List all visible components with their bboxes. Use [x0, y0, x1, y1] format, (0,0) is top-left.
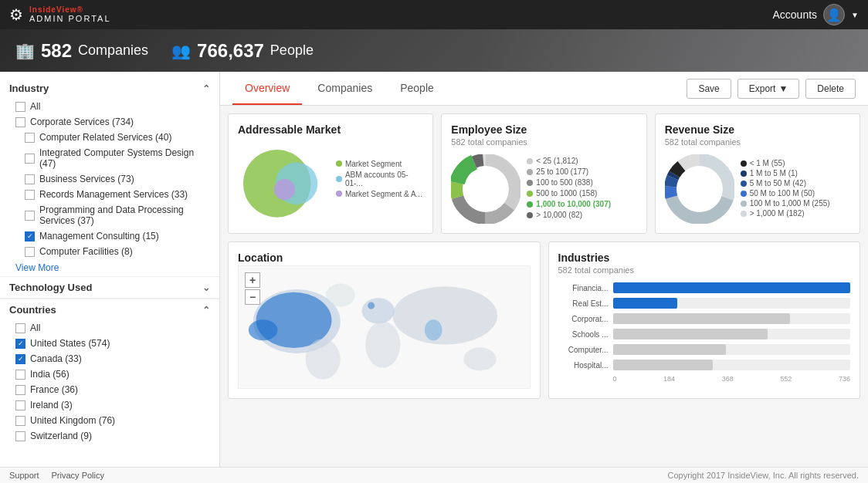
bar-fill	[613, 282, 851, 293]
records-checkbox[interactable]	[25, 190, 35, 200]
sidebar-item-corporate[interactable]: Corporate Services (734)	[0, 114, 219, 130]
rev-dot-6	[741, 211, 747, 217]
sidebar-item-all[interactable]: All	[0, 99, 219, 114]
bar-row: Hospital...	[558, 360, 851, 370]
sidebar-item-computer-related[interactable]: Computer Related Services (40)	[0, 130, 219, 145]
location-card: Location + −	[228, 242, 541, 399]
emp-dot-4	[527, 191, 533, 197]
bar-fill	[613, 344, 726, 355]
privacy-link[interactable]: Privacy Policy	[52, 471, 104, 480]
sidebar-item-management[interactable]: ✓ Management Consulting (15)	[0, 228, 219, 244]
svg-point-24	[365, 321, 400, 367]
india-label: India (56)	[30, 369, 70, 380]
employee-size-chart	[451, 154, 520, 224]
business-checkbox[interactable]	[25, 174, 35, 184]
people-stat: 👥 766,637 People	[171, 40, 314, 62]
delete-button[interactable]: Delete	[805, 79, 856, 99]
sidebar-item-india[interactable]: India (56)	[0, 366, 219, 382]
france-label: France (36)	[30, 384, 78, 395]
sidebar-item-uk[interactable]: United Kingdom (76)	[0, 413, 219, 428]
industry-collapse-icon: ⌃	[202, 83, 210, 94]
all-checkbox[interactable]	[15, 102, 25, 112]
accounts-label[interactable]: Accounts	[773, 8, 818, 21]
computer-related-checkbox[interactable]	[25, 133, 35, 143]
tab-overview[interactable]: Overview	[232, 73, 302, 105]
header: ⚙ InsideView® ADMIN PORTAL Accounts 👤 ▼	[0, 0, 868, 29]
chevron-down-icon[interactable]: ▼	[851, 11, 859, 19]
rev-dot-2	[741, 171, 747, 177]
programming-label: Programming and Data Processing Services…	[39, 204, 210, 226]
world-map-svg	[239, 266, 530, 388]
bar-label: Schools ...	[558, 330, 609, 339]
export-button[interactable]: Export ▼	[737, 79, 800, 99]
companies-count: 582	[41, 40, 72, 62]
technology-used-header[interactable]: Technology Used ⌄	[0, 277, 219, 298]
switzerland-checkbox[interactable]	[15, 431, 25, 441]
save-button[interactable]: Save	[687, 79, 731, 99]
sidebar-item-facilities[interactable]: Computer Facilities (8)	[0, 244, 219, 259]
revenue-size-chart	[665, 154, 734, 224]
us-checkbox[interactable]: ✓	[15, 339, 25, 349]
addressable-market-chart	[238, 137, 328, 222]
market-segment-dot	[336, 160, 342, 167]
integrated-checkbox[interactable]	[25, 154, 35, 164]
people-icon: 👥	[171, 42, 191, 60]
sidebar: Industry ⌃ All Corporate Services (734) …	[0, 72, 220, 483]
tab-companies[interactable]: Companies	[305, 73, 385, 105]
cards-row-1: Addressable Market Market Segment	[220, 106, 868, 242]
sidebar-item-country-all[interactable]: All	[0, 320, 219, 336]
tab-bar: Overview Companies People Save Export ▼ …	[220, 72, 868, 106]
sidebar-item-business[interactable]: Business Services (73)	[0, 171, 219, 187]
programming-checkbox[interactable]	[25, 211, 35, 221]
sidebar-item-programming[interactable]: Programming and Data Processing Services…	[0, 202, 219, 228]
avatar[interactable]: 👤	[823, 4, 845, 25]
uk-label: United Kingdom (76)	[30, 415, 115, 426]
management-checkbox[interactable]: ✓	[25, 231, 35, 242]
uk-checkbox[interactable]	[15, 416, 25, 426]
sidebar-item-canada[interactable]: ✓ Canada (33)	[0, 351, 219, 366]
facilities-checkbox[interactable]	[25, 247, 35, 257]
all-label: All	[30, 101, 40, 112]
sidebar-item-switzerland[interactable]: Switzerland (9)	[0, 428, 219, 444]
bar-track	[613, 329, 851, 339]
bar-label: Hospital...	[558, 361, 609, 370]
hero-banner: 🏢 582 Companies 👥 766,637 People	[0, 29, 868, 72]
india-checkbox[interactable]	[15, 370, 25, 380]
sidebar-item-ireland[interactable]: Ireland (3)	[0, 397, 219, 413]
sidebar-item-integrated[interactable]: Integrated Computer Systems Design (47)	[0, 145, 219, 171]
switzerland-label: Switzerland (9)	[30, 431, 92, 441]
corporate-checkbox[interactable]	[15, 117, 25, 127]
sidebar-item-us[interactable]: ✓ United States (574)	[0, 336, 219, 351]
france-checkbox[interactable]	[15, 385, 25, 395]
sidebar-item-france[interactable]: France (36)	[0, 382, 219, 397]
records-label: Records Management Services (33)	[39, 189, 188, 200]
rev-dot-5	[741, 201, 747, 207]
bar-row: Corporat...	[558, 313, 851, 324]
bar-track	[613, 282, 851, 293]
revenue-size-subtitle: 582 total companies	[665, 137, 850, 147]
industry-section-header[interactable]: Industry ⌃	[0, 78, 219, 99]
gear-icon: ⚙	[9, 5, 23, 24]
svg-point-27	[306, 339, 341, 380]
bar-row: Computer...	[558, 344, 851, 355]
footer-copyright: Copyright 2017 InsideView, Inc. All righ…	[668, 471, 859, 480]
export-chevron-icon: ▼	[778, 83, 788, 94]
view-more-link[interactable]: View More	[0, 259, 219, 276]
ireland-checkbox[interactable]	[15, 400, 25, 410]
map-area: + −	[238, 265, 531, 389]
country-all-checkbox[interactable]	[15, 323, 25, 333]
building-icon: 🏢	[15, 42, 35, 60]
emp-dot-3	[527, 180, 533, 186]
tab-people[interactable]: People	[388, 73, 446, 105]
svg-point-23	[362, 298, 395, 323]
brand-portal: ADMIN PORTAL	[29, 14, 111, 23]
footer: Support Privacy Policy Copyright 2017 In…	[0, 467, 868, 483]
countries-header[interactable]: Countries ⌃	[0, 299, 219, 320]
support-link[interactable]: Support	[9, 471, 39, 480]
sidebar-item-records[interactable]: Records Management Services (33)	[0, 187, 219, 202]
employee-legend: < 25 (1,812) 25 to 100 (177) 100 to 500 …	[527, 157, 611, 221]
companies-stat: 🏢 582 Companies	[15, 40, 148, 62]
technology-used-label: Technology Used	[9, 282, 92, 293]
canada-checkbox[interactable]: ✓	[15, 354, 25, 364]
bar-label: Real Est...	[558, 299, 609, 308]
